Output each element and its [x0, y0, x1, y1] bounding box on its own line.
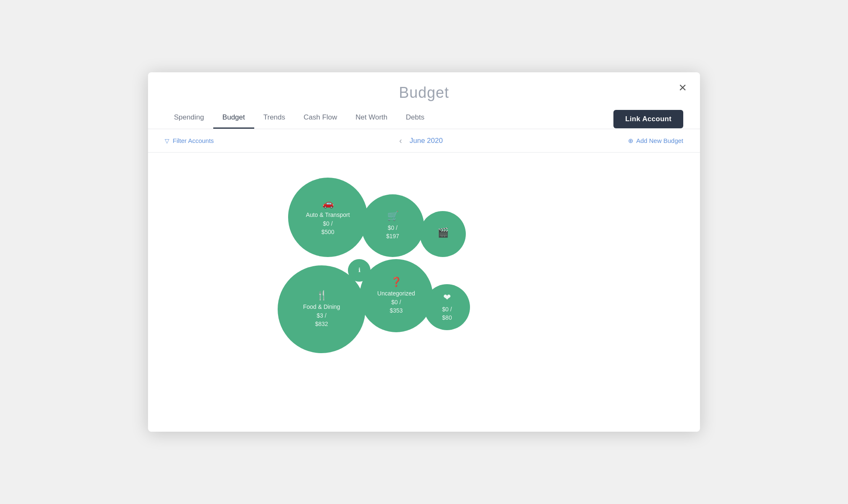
add-icon: ⊕	[628, 137, 633, 145]
food-amount: $3 /$832	[315, 312, 328, 328]
uncategorized-label: Uncategorized	[377, 290, 415, 297]
tab-spending[interactable]: Spending	[165, 109, 213, 129]
modal-header: Budget ×	[148, 72, 700, 102]
bubble-entertainment[interactable]: 🎬	[420, 211, 466, 257]
tab-debts[interactable]: Debts	[397, 109, 434, 129]
prev-month-button[interactable]: ‹	[399, 136, 402, 145]
health-icon: ❤	[443, 292, 451, 303]
add-new-budget-button[interactable]: ⊕ Add New Budget	[628, 137, 683, 145]
nav-tabs: Spending Budget Trends Cash Flow Net Wor…	[165, 109, 434, 129]
uncategorized-icon: ❓	[391, 277, 402, 288]
budget-modal: Budget × Spending Budget Trends Cash Flo…	[148, 72, 700, 432]
modal-title: Budget	[399, 84, 449, 102]
tab-budget[interactable]: Budget	[213, 109, 254, 129]
bubble-uncategorized[interactable]: ❓ Uncategorized $0 /$353	[360, 259, 433, 332]
bubble-chart: 🚗 Auto & Transport $0 /$500 🛒 $0 /$197 🎬…	[148, 153, 700, 420]
toolbar: ▽ Filter Accounts ‹ June 2020 ⊕ Add New …	[148, 129, 700, 153]
nav-bar: Spending Budget Trends Cash Flow Net Wor…	[148, 102, 700, 129]
health-amount: $0 /$80	[442, 305, 452, 322]
food-label: Food & Dining	[303, 303, 340, 310]
bubble-health[interactable]: ❤ $0 /$80	[424, 284, 470, 330]
filter-accounts-button[interactable]: ▽ Filter Accounts	[165, 137, 214, 144]
tab-trends[interactable]: Trends	[254, 109, 294, 129]
close-button[interactable]: ×	[679, 81, 687, 94]
auto-icon: 🚗	[322, 198, 334, 209]
uncategorized-amount: $0 /$353	[390, 298, 403, 315]
bubble-auto-transport[interactable]: 🚗 Auto & Transport $0 /$500	[288, 178, 368, 257]
filter-icon: ▽	[165, 137, 169, 144]
bubble-food-dining[interactable]: 🍴 Food & Dining $3 /$832	[278, 265, 365, 353]
month-label: June 2020	[410, 137, 443, 145]
link-account-button[interactable]: Link Account	[613, 110, 683, 128]
alert-icon: ℹ	[358, 267, 360, 273]
filter-accounts-label: Filter Accounts	[173, 137, 214, 144]
add-new-budget-label: Add New Budget	[636, 137, 683, 144]
tab-cashflow[interactable]: Cash Flow	[294, 109, 346, 129]
auto-amount: $0 /$500	[321, 220, 334, 236]
bubble-shopping[interactable]: 🛒 $0 /$197	[361, 194, 424, 257]
shopping-icon: 🛒	[387, 211, 398, 221]
entertainment-icon: 🎬	[437, 227, 449, 238]
food-icon: 🍴	[316, 290, 327, 301]
auto-label: Auto & Transport	[306, 211, 350, 218]
month-navigation: ‹ June 2020	[399, 136, 443, 145]
tab-networth[interactable]: Net Worth	[346, 109, 396, 129]
shopping-amount: $0 /$197	[386, 224, 399, 240]
